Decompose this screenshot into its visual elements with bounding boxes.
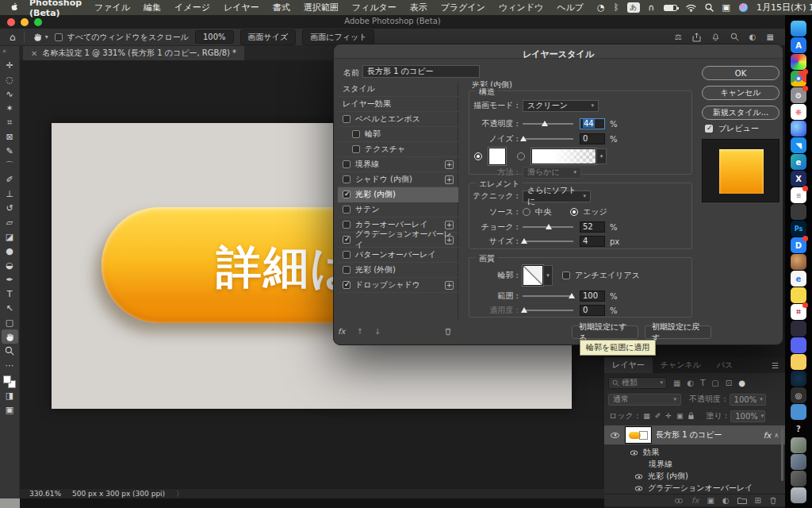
new-layer-icon[interactable]: ⊞ xyxy=(755,496,761,505)
inner-glow-eye-icon[interactable] xyxy=(635,474,642,479)
delete-effect-icon[interactable] xyxy=(444,327,452,336)
dock-item-stickies[interactable] xyxy=(791,287,806,303)
list-item-styles[interactable]: スタイル xyxy=(338,82,458,97)
shape-tool[interactable]: ▢ xyxy=(2,315,18,329)
reset-default-button[interactable]: 初期設定に戻す xyxy=(645,325,711,339)
lock-all-icon[interactable] xyxy=(688,412,695,420)
range-slider[interactable] xyxy=(523,295,573,297)
lock-position-icon[interactable]: ✛ xyxy=(665,412,672,420)
eraser-tool[interactable]: ▱ xyxy=(2,215,18,229)
choke-slider[interactable] xyxy=(523,226,573,228)
effects-eye-icon[interactable] xyxy=(630,450,638,455)
close-tab-icon[interactable]: ✕ xyxy=(31,49,37,58)
crop-tool[interactable]: ⌗ xyxy=(2,115,18,129)
list-item-pattern-overlay[interactable]: パターンオーバーレイ xyxy=(338,248,458,263)
layer-thumbnail[interactable] xyxy=(626,427,651,443)
marquee-tool[interactable]: ◌ xyxy=(2,72,18,87)
tab-paths[interactable]: パス xyxy=(709,357,741,373)
fill-value[interactable]: 100%▾ xyxy=(730,410,765,422)
technique-select[interactable]: さらにソフトに▾ xyxy=(523,190,591,202)
eyedropper-tool[interactable]: ✎ xyxy=(2,144,18,158)
headphones-icon[interactable]: ∩ xyxy=(649,3,655,12)
satin-checkbox[interactable] xyxy=(343,206,350,214)
share-icon[interactable] xyxy=(692,33,701,42)
effect-row-stroke[interactable]: 境界線 xyxy=(604,459,785,470)
layer-filter-search[interactable]: 種類 ▾ xyxy=(608,377,667,389)
clone-stamp-tool[interactable]: ⊥ xyxy=(2,187,18,201)
list-item-texture[interactable]: テクスチャ xyxy=(338,142,458,157)
glow-color-radio[interactable] xyxy=(474,152,482,160)
add-inner-shadow-icon[interactable]: + xyxy=(445,175,454,184)
panel-menu-icon[interactable]: ☰ xyxy=(772,361,779,370)
noise-slider[interactable] xyxy=(523,138,573,140)
add-stroke-icon[interactable]: + xyxy=(445,160,454,169)
add-drop-shadow-icon[interactable]: + xyxy=(445,281,454,290)
gradient-overlay-checkbox[interactable] xyxy=(343,236,350,244)
menu-image[interactable]: イメージ xyxy=(174,2,210,13)
blend-mode-select[interactable]: 通常 ▾ xyxy=(608,394,681,406)
add-gradient-overlay-icon[interactable]: + xyxy=(445,236,454,244)
magic-wand-tool[interactable]: ✶ xyxy=(2,101,18,115)
contour-picker-chevron-icon[interactable]: ▾ xyxy=(543,265,553,286)
range-input[interactable]: 100 xyxy=(580,291,605,302)
dock-item-chrome[interactable] xyxy=(791,71,806,87)
glow-blend-mode-select[interactable]: スクリーン▾ xyxy=(523,100,599,112)
chevron-down-icon[interactable]: ▾ xyxy=(45,33,48,40)
dock-item-obs[interactable]: ◎ xyxy=(791,387,806,403)
jitter-input[interactable]: 0 xyxy=(580,305,605,316)
edit-toolbar-icon[interactable]: ⋯ xyxy=(2,358,18,372)
dock-item-siri[interactable] xyxy=(791,121,806,137)
foreground-background-swatches[interactable] xyxy=(3,375,16,388)
path-select-tool[interactable]: ↖ xyxy=(2,301,18,315)
search-icon[interactable] xyxy=(730,33,739,41)
stroke-checkbox[interactable] xyxy=(343,160,350,168)
menu-view[interactable]: 表示 xyxy=(410,2,427,13)
workspace-icon[interactable]: ◐ xyxy=(749,33,756,41)
list-item-gradient-overlay[interactable]: グラデーションオーバーレイ+ xyxy=(338,233,458,248)
menu-edit[interactable]: 編集 xyxy=(144,2,161,13)
layer-visibility-eye-icon[interactable] xyxy=(611,433,619,438)
dock-item-preview-app[interactable] xyxy=(791,321,806,337)
tab-layers[interactable]: レイヤー xyxy=(604,357,653,373)
hand-tool[interactable] xyxy=(2,329,18,344)
preview-checkbox[interactable] xyxy=(705,125,713,133)
apple-menu-icon[interactable] xyxy=(10,2,18,13)
delete-layer-icon[interactable] xyxy=(769,496,777,505)
dock-item-launchpad[interactable] xyxy=(791,54,806,70)
pen-tool[interactable]: ✒ xyxy=(2,272,18,287)
layer-name[interactable]: 長方形 1 のコピー xyxy=(656,429,722,441)
opacity-slider[interactable] xyxy=(523,123,573,125)
texture-checkbox[interactable] xyxy=(352,145,360,153)
inner-shadow-checkbox[interactable] xyxy=(343,175,350,183)
style-name-input[interactable]: 長方形 1 のコピー xyxy=(362,65,480,78)
status-chevron-icon[interactable]: 〉 xyxy=(176,489,183,499)
pattern-overlay-checkbox[interactable] xyxy=(343,251,350,259)
dock-item-safari[interactable]: ◥ xyxy=(791,137,806,153)
dock-item-missing-app[interactable]: ? xyxy=(791,421,806,437)
make-default-button[interactable]: 初期設定にする xyxy=(572,325,638,339)
hand-tool-icon[interactable] xyxy=(33,32,43,42)
dock-item-edge[interactable]: e xyxy=(791,154,806,170)
bell-icon[interactable] xyxy=(711,33,720,42)
link-layers-icon[interactable] xyxy=(674,498,684,504)
control-center-icon[interactable]: ▣ xyxy=(722,3,730,12)
list-item-outer-glow[interactable]: 光彩 (外側) xyxy=(338,263,458,278)
tab-channels[interactable]: チャンネル xyxy=(653,357,709,373)
glow-gradient-swatch[interactable] xyxy=(531,148,596,164)
dock-item-e-browser[interactable]: e xyxy=(791,271,806,287)
status-doc-info[interactable]: 500 px x 300 px (300 ppi) xyxy=(72,490,165,498)
balance-icon[interactable]: ⚖ xyxy=(675,33,682,41)
dock-item-slack[interactable]: ⌗ xyxy=(791,304,806,320)
lock-pixels-icon[interactable]: ✐ xyxy=(655,412,661,420)
brush-tool[interactable]: ✐ xyxy=(2,172,18,187)
dock-item-discord[interactable] xyxy=(791,337,806,353)
dock-item-steam[interactable] xyxy=(791,371,806,387)
menu-clock[interactable]: 1月15日(木) 16:06 xyxy=(756,2,812,13)
quick-mask-icon[interactable]: ◨ xyxy=(2,388,18,402)
adjustment-layer-icon[interactable]: ◐ xyxy=(722,496,730,505)
contour-checkbox[interactable] xyxy=(352,130,360,138)
dock-item-folder-blue[interactable] xyxy=(791,404,806,420)
cancel-button[interactable]: キャンセル xyxy=(702,86,779,100)
inner-glow-checkbox[interactable] xyxy=(343,190,350,198)
effects-group-row[interactable]: 効果 xyxy=(604,447,785,458)
